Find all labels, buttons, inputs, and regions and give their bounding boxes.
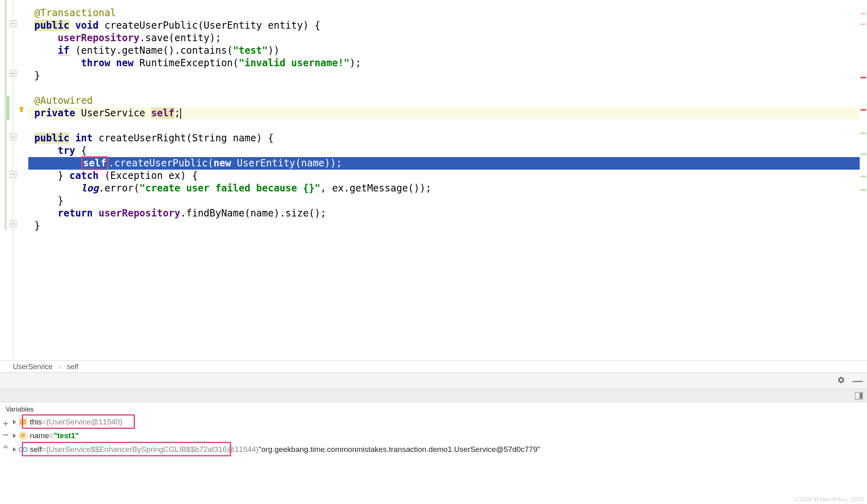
info-marker[interactable] [861, 189, 866, 191]
svg-rect-3 [860, 393, 862, 399]
variable-self[interactable]: self = {UserService$$EnhancerBySpringCGL… [3, 443, 867, 456]
breadcrumb[interactable]: UserService › self [0, 360, 867, 372]
info-marker[interactable] [861, 153, 866, 155]
fold-toggle[interactable] [10, 70, 17, 77]
intention-bulb-icon[interactable] [18, 106, 25, 113]
svg-rect-4 [20, 420, 26, 421]
info-marker[interactable] [861, 132, 866, 134]
svg-rect-6 [20, 423, 26, 424]
code-editor[interactable]: @Transactional public void createUserPub… [28, 0, 867, 360]
minimize-icon[interactable]: — [852, 375, 863, 387]
move-up-button[interactable] [0, 441, 11, 452]
gear-icon[interactable] [837, 376, 845, 386]
fold-toggle[interactable] [10, 134, 17, 141]
annotation: @Transactional [34, 7, 116, 19]
svg-point-7 [19, 447, 23, 452]
expand-icon[interactable] [13, 447, 16, 452]
watermark: CSDN @xiaoshitou_2015 [795, 496, 864, 502]
breadcrumb-separator: › [55, 363, 65, 371]
add-watch-button[interactable]: + [0, 418, 11, 429]
expand-icon[interactable] [13, 420, 16, 424]
annotation: @Autowired [34, 95, 93, 106]
remove-watch-button[interactable]: − [0, 429, 11, 441]
editor-area: @Transactional public void createUserPub… [0, 0, 867, 360]
info-marker[interactable] [861, 176, 866, 177]
self-highlight-box: self [81, 156, 109, 170]
variables-title: Variables [0, 402, 867, 415]
fold-toggle[interactable] [10, 171, 17, 178]
fold-toggle[interactable] [10, 20, 17, 27]
vcs-change-marker[interactable] [7, 96, 9, 120]
fold-toggle[interactable] [10, 220, 17, 227]
caret [180, 108, 181, 119]
side-controls: + − [0, 418, 12, 452]
tool-window-toolbar: — [0, 372, 867, 389]
svg-rect-1 [20, 111, 23, 112]
execution-line: self.createUserPublic(new UserEntity(nam… [28, 157, 867, 170]
tool-window-subtoolbar [0, 389, 867, 402]
error-marker[interactable] [861, 109, 866, 111]
param-icon: P [19, 431, 27, 440]
current-line: private UserService self; [28, 107, 867, 120]
link-icon [19, 445, 27, 454]
variables-panel: Variables this = {UserService@11540} P n… [0, 402, 867, 503]
layout-icon[interactable] [855, 392, 863, 399]
warning-marker[interactable] [861, 13, 866, 15]
gutter [0, 0, 28, 360]
expand-icon[interactable] [13, 433, 16, 438]
variable-name[interactable]: P name = "test1" [3, 429, 867, 443]
warning-marker[interactable] [861, 23, 866, 25]
variable-this[interactable]: this = {UserService@11540} [3, 415, 867, 429]
breadcrumb-field[interactable]: self [67, 363, 78, 371]
svg-point-8 [23, 447, 27, 452]
this-icon [19, 418, 27, 426]
svg-point-0 [19, 107, 23, 111]
svg-rect-5 [20, 422, 26, 422]
error-stripe[interactable] [860, 0, 867, 360]
breadcrumb-class[interactable]: UserService [13, 363, 53, 371]
error-marker[interactable] [861, 77, 866, 78]
variables-list[interactable]: this = {UserService@11540} P name = "tes… [0, 415, 867, 456]
